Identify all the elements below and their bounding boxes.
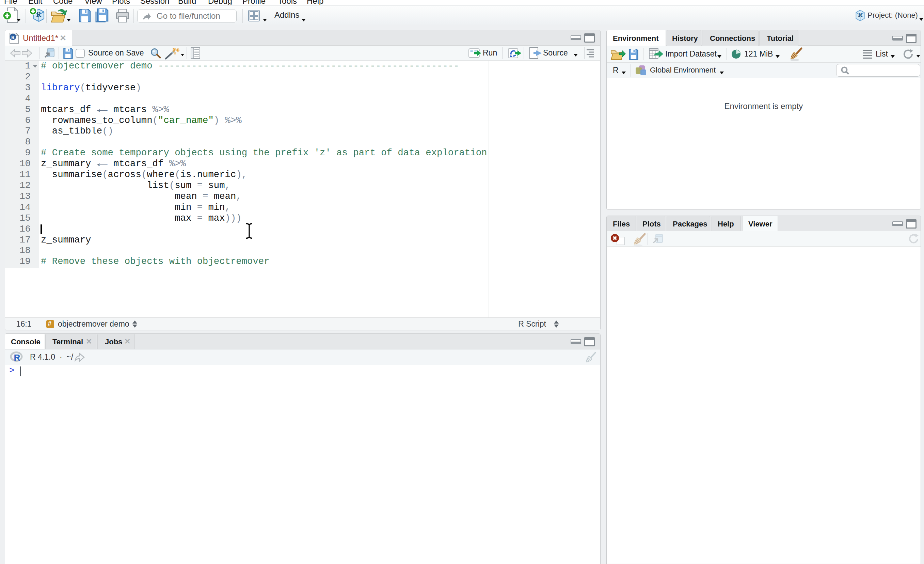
svg-text:R: R <box>14 352 20 363</box>
svg-text:R: R <box>36 11 42 18</box>
svg-text:R: R <box>11 35 15 40</box>
svg-text:R: R <box>858 12 862 18</box>
